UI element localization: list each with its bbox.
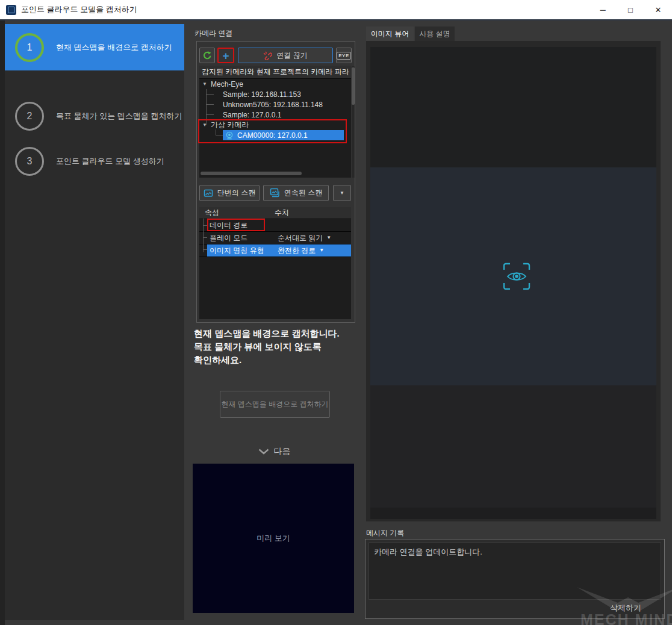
preview-label: 미리 보기 [257,533,290,544]
refresh-icon [202,51,212,60]
column-property: 속성 [199,207,275,219]
camera-panel-title: 카메라 연결 [194,28,232,39]
wizard-step-3[interactable]: 3 포인트 클라우드 모델 생성하기 [5,138,184,184]
disconnect-icon [263,51,272,60]
tree-connector [206,94,214,95]
continuous-scan-label: 연속된 스캔 [284,188,322,198]
message-log-title: 메시지 기록 [366,528,404,538]
step-3-circle: 3 [15,147,44,176]
next-label: 다음 [274,446,291,457]
tree-group-virtual-camera[interactable]: ▼ 가상 카메라 [199,120,351,130]
viewer-band-top [370,47,656,167]
selected-camera-label: CAM00000: 127.0.0.1 [237,131,308,140]
eye-logo-icon: EYE [337,52,351,60]
close-button[interactable]: ✕ [644,0,672,19]
app-window: 포인트 클라우드 모델을 캡처하기 ─ □ ✕ 1 현재 뎁스맵을 배경으로 캡… [0,0,672,625]
disconnect-label: 연결 끊기 [276,51,307,61]
tree-connector [216,135,223,135]
tree-connector [206,104,214,105]
wizard-step-2[interactable]: 2 목표 물체가 있는 뎁스맵을 캡처하기 [5,93,184,138]
window-title: 포인트 클라우드 모델을 캡처하기 [21,4,137,15]
scan-options-dropdown-button[interactable]: ▼ [333,185,351,201]
preview-pane: 미리 보기 [193,464,354,613]
single-scan-label: 단번의 스캔 [217,188,255,198]
step-3-label: 포인트 클라우드 모델 생성하기 [56,156,164,167]
continuous-scan-button[interactable]: 연속된 스캔 [263,185,329,201]
chevron-down-icon: ▼ [340,190,344,196]
message-log-content[interactable]: 카메라 연결을 업데이트합니다. [369,543,661,600]
viewfinder-eye-icon [503,263,530,290]
app-icon [6,5,16,15]
minimize-button[interactable]: ─ [589,0,617,19]
data-path-value[interactable] [275,219,351,231]
add-virtual-camera-button[interactable]: + [217,48,234,63]
log-message: 카메라 연결을 업데이트합니다. [374,547,482,556]
tree-horizontal-scrollbar[interactable] [199,171,351,176]
viewer-strip-bottom [370,508,656,519]
tree-item-sample-1[interactable]: Sample: 192.168.11.153 [199,89,351,99]
step-1-label: 현재 뎁스맵을 배경으로 캡처하기 [56,42,172,53]
table-connector [203,249,207,250]
chevron-down-icon: ▼ [326,232,331,244]
chevron-down-icon: ▼ [319,244,324,257]
image-name-type-select[interactable]: 완전한 경로 ▼ [275,244,351,257]
tree-group-mech-eye[interactable]: ▼ Mech-Eye [199,79,351,89]
step-2-circle: 2 [15,102,44,131]
step-2-label: 목표 물체가 있는 뎁스맵을 캡처하기 [56,111,182,122]
message-log-box: 카메라 연결을 업데이트합니다. 삭제하기 [365,539,665,619]
plus-icon: + [222,50,229,61]
property-table: 속성 수치 데이터 경로 플레이 모드 순서대로 읽기 ▼ 이미지 명칭 유형 … [199,207,351,319]
tree-item-unknown[interactable]: Unknown5705: 192.168.11.148 [199,99,351,110]
play-mode-select[interactable]: 순서대로 읽기 ▼ [275,232,351,244]
continuous-scan-icon [270,188,280,198]
maximize-button[interactable]: □ [617,0,644,19]
column-value: 수치 [275,207,351,219]
close-icon: ✕ [655,5,662,14]
single-scan-button[interactable]: 단번의 스캔 [199,185,260,201]
table-connector [203,225,207,226]
tree-connector [206,114,214,115]
tree-group-label: Mech-Eye [211,80,243,89]
maximize-icon: □ [628,5,633,14]
step-1-circle: 1 [15,33,44,62]
image-viewer[interactable] [366,41,661,521]
wizard-step-1[interactable]: 1 현재 뎁스맵을 배경으로 캡처하기 [5,24,184,70]
expander-icon[interactable]: ▼ [202,81,210,87]
refresh-cameras-button[interactable] [199,48,215,63]
title-bar: 포인트 클라우드 모델을 캡처하기 ─ □ ✕ [0,0,672,20]
capture-background-button[interactable]: 현재 뎁스맵을 배경으로 캡처하기 [220,391,330,418]
property-row-image-name-type[interactable]: 이미지 명칭 유형 완전한 경로 ▼ [199,244,351,257]
wizard-sidebar: 1 현재 뎁스맵을 배경으로 캡처하기 2 목표 물체가 있는 뎁스맵을 캡처하… [5,24,184,620]
mech-eye-viewer-button[interactable]: EYE [336,48,352,63]
chevron-down-icon [258,449,269,455]
minimize-icon: ─ [600,5,605,14]
tree-group-label: 가상 카메라 [211,120,249,130]
tree-item-sample-2[interactable]: Sample: 127.0.0.1 [199,110,351,120]
camera-tree-header: 감지된 카메라와 현재 프로젝트의 카메라 파라 [199,66,351,79]
window-controls: ─ □ ✕ [589,0,672,19]
tree-connector [206,89,207,125]
virtual-camera-icon [225,131,234,140]
selected-camera-row[interactable]: CAM00000: 127.0.0.1 [223,130,344,140]
property-row-data-path[interactable]: 데이터 경로 [199,219,351,232]
disconnect-button[interactable]: 연결 끊기 [238,48,333,63]
left-edge-strip [0,20,5,625]
camera-tree[interactable]: 감지된 카메라와 현재 프로젝트의 카메라 파라 ▼ Mech-Eye Samp… [199,66,351,178]
viewer-band-bottom [370,385,656,508]
step-instructions: 현재 뎁스맵을 배경으로 캡처합니다. 목표 물체가 뷰에 보이지 않도록 확인… [194,327,358,367]
property-row-play-mode[interactable]: 플레이 모드 순서대로 읽기 ▼ [199,232,351,244]
table-connector [203,237,207,238]
tab-image-viewer[interactable]: 이미지 뷰어 [366,26,414,41]
table-connector [203,219,204,252]
single-scan-icon [204,188,213,198]
property-table-header: 속성 수치 [199,207,351,219]
next-step-button[interactable]: 다음 [193,446,356,457]
tab-usage-description[interactable]: 사용 설명 [415,26,455,41]
delete-log-button[interactable]: 삭제하기 [610,603,641,614]
tree-vertical-scrollbar[interactable] [352,66,355,178]
